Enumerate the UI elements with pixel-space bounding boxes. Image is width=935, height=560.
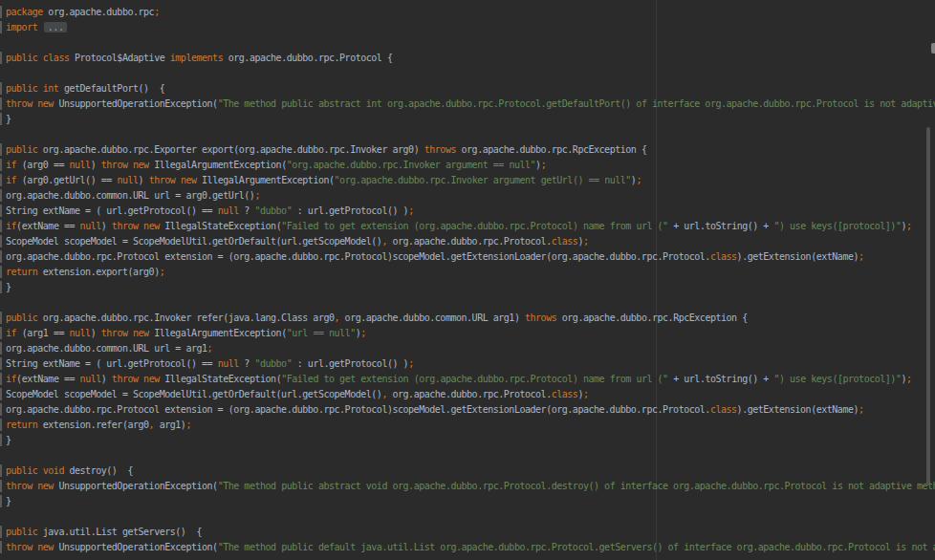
code-token: getDefaultPort() {	[58, 83, 164, 94]
code-token: if	[6, 175, 16, 185]
code-token: class	[552, 389, 578, 399]
code-token: "org.apache.dubbo.rpc.Invoker argument =…	[287, 160, 535, 170]
code-token: org.apache.dubbo.rpc.Protocol extension …	[6, 251, 710, 262]
code-token: ;	[541, 160, 547, 170]
code-token: ?	[239, 358, 255, 369]
code-token: org.apache.dubbo.common.URL arg1)	[339, 312, 525, 323]
code-token: if	[6, 374, 16, 384]
code-token: public void	[6, 465, 64, 476]
code-token: ;	[408, 205, 414, 216]
code-token: org.apache.dubbo.rpc.RpcException {	[556, 312, 747, 323]
code-token: null	[80, 374, 101, 384]
code-token: public	[6, 144, 37, 155]
code-token: throws	[424, 144, 456, 155]
code-token: "dubbo"	[254, 205, 292, 216]
code-line	[6, 509, 935, 525]
code-token: String extName = ( url.getProtocol() ==	[6, 358, 218, 369]
code-line: ScopeModel scopeModel = ScopeModelUtil.g…	[6, 234, 935, 249]
code-line: public org.apache.dubbo.rpc.Exporter exp…	[6, 142, 935, 158]
code-token: arg1)	[154, 420, 185, 430]
code-token: IllegalStateException(	[160, 221, 281, 231]
code-token: IllegalArgumentException(	[149, 328, 287, 338]
code-line: if (arg0 == null) throw new IllegalArgum…	[6, 158, 935, 173]
code-line: org.apache.dubbo.common.URL url = arg1;	[6, 341, 935, 356]
code-line: org.apache.dubbo.rpc.Protocol extension …	[6, 249, 935, 265]
scrollbar-mark	[931, 43, 935, 54]
code-token: null	[80, 221, 101, 231]
code-token: null	[117, 175, 138, 185]
code-token: }	[6, 114, 11, 124]
code-token: throw new	[6, 98, 54, 109]
code-token: throw new	[101, 328, 149, 338]
code-token: implements	[170, 53, 223, 63]
code-token: ;	[360, 328, 366, 338]
code-line: }	[6, 433, 935, 448]
code-area[interactable]: package org.apache.dubbo.rpc;import ...p…	[6, 5, 935, 555]
code-token: org.apache.dubbo.rpc.Protocol extension …	[6, 404, 710, 415]
code-token: package	[6, 7, 43, 17]
code-token: org.apache.dubbo.rpc.Protocol.	[387, 236, 552, 247]
code-token: public int	[6, 83, 58, 94]
code-token: java.util.List getServers() {	[37, 527, 202, 537]
code-line: if(extName == null) throw new IllegalSta…	[6, 372, 935, 387]
code-token: ;	[859, 251, 864, 262]
code-token: )	[101, 221, 112, 231]
code-token: ;	[859, 404, 864, 415]
code-line: String extName = ( url.getProtocol() == …	[6, 356, 935, 372]
code-token: "org.apache.dubbo.rpc.Invoker argument g…	[335, 175, 631, 185]
code-token: ;	[207, 343, 213, 354]
code-token: "The method public abstract int org.apac…	[218, 98, 935, 109]
code-line: package org.apache.dubbo.rpc;	[6, 5, 935, 20]
code-token: ;	[408, 358, 414, 369]
code-token: )	[139, 175, 149, 185]
code-token: org.apache.dubbo.rpc.Protocol {	[223, 53, 392, 63]
code-line	[6, 127, 935, 142]
code-token: )	[91, 160, 101, 170]
code-token: ?	[239, 205, 255, 216]
code-editor: package org.apache.dubbo.rpc;import ...p…	[0, 0, 935, 560]
code-token: : url.getProtocol() )	[292, 358, 408, 369]
code-token: + url.toString() +	[668, 374, 774, 384]
code-token: import	[6, 22, 37, 32]
code-token: public	[6, 312, 37, 323]
code-token: "The method public abstract void org.apa…	[218, 481, 935, 491]
code-line: public class Protocol$Adaptive implement…	[6, 51, 935, 66]
code-token: return	[6, 420, 37, 430]
code-token: ;	[906, 221, 912, 231]
code-line: String extName = ( url.getProtocol() == …	[6, 204, 935, 219]
code-line: }	[6, 494, 935, 509]
code-token: ") use keys([protocol])"	[773, 221, 901, 231]
code-line: public int getDefaultPort() {	[6, 81, 935, 97]
code-line	[6, 35, 935, 51]
code-token: throw new	[101, 160, 149, 170]
code-token: destroy() {	[64, 465, 133, 476]
code-token: }	[6, 282, 11, 292]
code-token: ).getExtension(extName)	[737, 251, 859, 262]
code-token: }	[6, 435, 11, 445]
code-line: if (arg1 == null) throw new IllegalArgum…	[6, 326, 935, 341]
code-token: throw new	[149, 175, 197, 185]
code-token: ;	[154, 7, 160, 17]
code-token: UnsupportedOperationException(	[54, 481, 218, 491]
code-token: "Failed to get extension (org.apache.dub…	[281, 221, 667, 231]
code-token: )	[91, 328, 101, 338]
code-token: class	[552, 236, 578, 247]
code-token: ;	[254, 190, 260, 201]
code-token: IllegalArgumentException(	[149, 160, 287, 170]
code-token: public	[6, 527, 37, 537]
code-token: null	[70, 328, 91, 338]
code-token: ScopeModel scopeModel = ScopeModelUtil.g…	[6, 389, 381, 399]
folded-imports-placeholder[interactable]: ...	[44, 22, 68, 32]
code-token: (extName ==	[16, 374, 80, 384]
code-token: )	[101, 374, 112, 384]
code-token: class	[710, 404, 737, 415]
code-token: org.apache.dubbo.common.URL url = arg1	[6, 343, 207, 354]
code-line: throw new UnsupportedOperationException(…	[6, 479, 935, 494]
code-token: if	[6, 221, 16, 231]
scrollbar-thumb[interactable]	[926, 127, 930, 485]
code-token: public class	[6, 53, 70, 63]
code-token: ;	[906, 374, 912, 384]
code-line	[6, 66, 935, 81]
code-line: throw new UnsupportedOperationException(…	[6, 97, 935, 112]
code-token: extension.export(arg0)	[37, 267, 159, 277]
